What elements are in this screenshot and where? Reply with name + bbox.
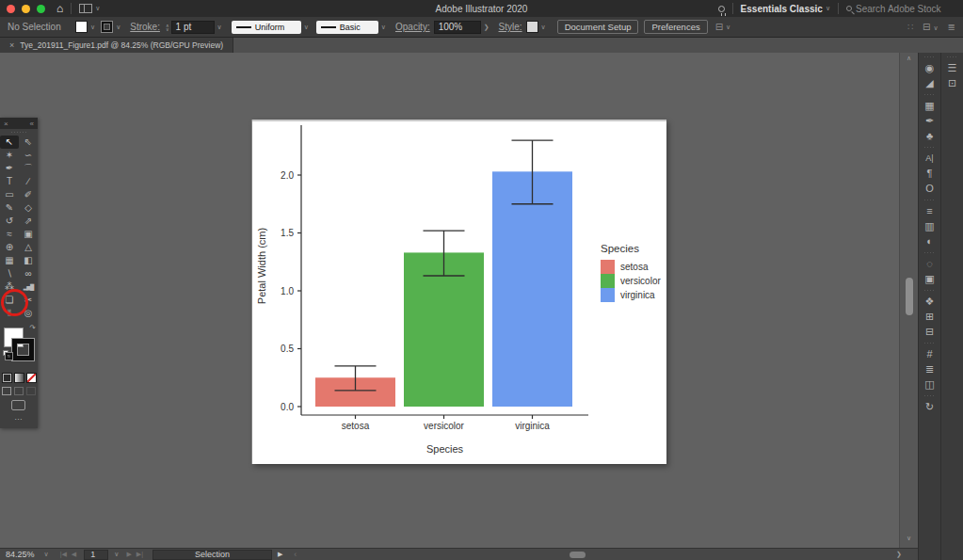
gpu-performance-icon[interactable] [718,6,725,12]
status-expand-icon[interactable]: ▶ [278,551,282,558]
graphic-styles-panel-icon[interactable]: ▣ [919,271,940,286]
chevron-down-icon[interactable]: ∨ [217,24,222,31]
zoom-dropdown-icon[interactable]: ∨ [44,551,49,558]
stroke-indicator[interactable] [12,339,34,360]
character-panel-icon[interactable]: A| [919,151,940,166]
stroke-weight-field[interactable]: 1 pt [171,21,215,34]
horizontal-scroll-thumb[interactable] [570,552,586,558]
artboard-dropdown-icon[interactable]: ∨ [114,551,119,558]
draw-normal-icon[interactable] [2,387,11,395]
pathfinder-panel-icon[interactable]: ◫ [919,376,940,392]
isolate-selection-icon[interactable]: ⊟ [715,22,723,32]
close-panel-icon[interactable]: × [4,120,8,128]
fill-color-swatch[interactable] [75,21,88,33]
color-panel-icon[interactable]: ◉ [919,60,940,75]
first-artboard-icon[interactable]: |◀ [60,551,67,558]
preferences-button[interactable]: Preferences [644,20,707,34]
symbol-sprayer-tool[interactable]: ⁂ [0,280,19,294]
next-artboard-icon[interactable]: ▶ [126,551,131,558]
stroke-label[interactable]: Stroke: [130,22,160,32]
pen-tool[interactable]: ✒ [0,162,19,175]
chevron-down-icon[interactable]: ∨ [826,5,830,12]
chevron-down-icon[interactable]: ∨ [381,24,386,31]
style-swatch[interactable] [526,21,538,33]
arrange-documents-icon[interactable]: ∷ [907,22,913,32]
column-graph-tool[interactable]: ▂▅█ [19,280,38,294]
dock-group-grip[interactable] [924,249,935,255]
artboard[interactable]: 0.00.51.01.52.0setosaversicolorvirginica… [252,120,666,464]
brush-definition-dropdown[interactable]: Basic [316,21,378,34]
previous-artboard-icon[interactable]: ◀ [72,551,76,558]
symbols-panel-icon[interactable]: ♣ [919,128,940,143]
status-indicator-field[interactable]: Selection [152,550,272,560]
scale-tool[interactable]: ⇗ [19,215,38,228]
curvature-tool[interactable]: ⌒ [19,162,38,175]
blend-tool[interactable]: ∞ [19,267,38,280]
brushes-panel-icon[interactable]: ✒ [919,113,940,128]
stroke-weight-stepper[interactable]: ∧∨ [166,24,169,31]
slice-tool[interactable]: ✂ [19,294,38,307]
panel-grip[interactable] [11,130,26,135]
vertical-scrollbar[interactable]: ∧ ∨ [899,53,918,548]
hand-tool[interactable]: ✌ [0,307,19,320]
style-label[interactable]: Style: [499,22,522,32]
rectangle-tool[interactable]: ▭ [0,188,19,201]
dock-group-grip[interactable] [924,287,935,293]
line-segment-tool[interactable]: ∕ [19,175,38,188]
gradient-tool[interactable]: ◧ [19,254,38,267]
swap-fill-stroke-icon[interactable]: ↷ [29,324,36,332]
panel-layout-icon[interactable]: ⊟∨ [923,22,939,32]
document-setup-button[interactable]: Document Setup [557,20,639,34]
color-guide-panel-icon[interactable]: ◢ [919,75,940,90]
scroll-up-icon[interactable]: ∧ [900,55,918,62]
chevron-right-icon[interactable]: ❯ [484,24,490,31]
chevron-down-icon[interactable]: ∨ [304,24,309,31]
swatches-panel-icon[interactable]: ▦ [919,98,940,113]
opentype-panel-icon[interactable]: O [919,181,940,196]
artboards-panel-icon[interactable]: ⊞ [919,309,940,324]
paintbrush-tool[interactable]: ✐ [19,188,38,201]
dock-group-grip[interactable] [947,54,957,59]
dock-group-grip[interactable] [924,392,935,398]
scroll-right-icon[interactable]: ❯ [896,551,902,558]
appearance-panel-icon[interactable]: ◌ [919,256,940,271]
dock-group-grip[interactable] [924,91,935,97]
chevron-down-icon[interactable]: ∨ [90,24,95,31]
pencil-tool[interactable]: ✎ [0,201,19,215]
bar-virginica[interactable] [492,171,572,407]
eraser-tool[interactable]: ◇ [19,201,38,215]
selection-tool[interactable]: ↖ [0,136,19,149]
lasso-tool[interactable]: ∽ [19,149,38,162]
properties-panel-icon[interactable]: ☰ [941,60,963,75]
draw-behind-icon[interactable] [14,387,24,395]
opacity-label[interactable]: Opacity: [395,22,430,32]
dock-group-grip[interactable] [924,54,935,59]
variable-width-profile-dropdown[interactable]: Uniform [232,21,301,34]
asset-export-panel-icon[interactable]: ⊟ [919,324,940,339]
chevron-down-icon[interactable]: ∨ [116,24,120,31]
last-artboard-icon[interactable]: ▶| [136,551,143,558]
direct-selection-tool[interactable]: ⇖ [19,136,38,149]
rotate-tool[interactable]: ↺ [0,215,19,228]
dock-group-grip[interactable] [924,144,935,150]
type-tool[interactable]: T [0,175,19,188]
scroll-down-icon[interactable]: ∨ [900,535,918,542]
mesh-tool[interactable]: ▦ [0,254,19,267]
align-panel-icon[interactable]: ≣ [919,361,940,376]
dock-group-grip[interactable] [924,340,935,345]
free-transform-tool[interactable]: ▣ [19,228,38,241]
paragraph-panel-icon[interactable]: ¶ [919,166,940,181]
zoom-tool[interactable]: ◎ [19,307,38,320]
draw-inside-icon[interactable] [26,387,36,395]
menu-icon[interactable]: ≣ [948,22,955,32]
transparency-panel-icon[interactable]: ◐ [919,233,940,248]
width-tool[interactable]: ≈ [0,228,19,241]
stroke-color-swatch[interactable] [101,21,113,33]
none-button[interactable] [26,373,37,383]
perspective-grid-tool[interactable]: △ [19,241,38,254]
eyedropper-tool[interactable]: ∖ [0,267,19,280]
layers-panel-icon[interactable]: ❖ [919,294,940,309]
adobe-stock-search[interactable]: Search Adobe Stock [846,4,957,14]
close-tab-icon[interactable]: × [9,40,14,50]
document-tab[interactable]: × Tye_201911_Figure1.pdf @ 84.25% (RGB/G… [0,38,233,53]
